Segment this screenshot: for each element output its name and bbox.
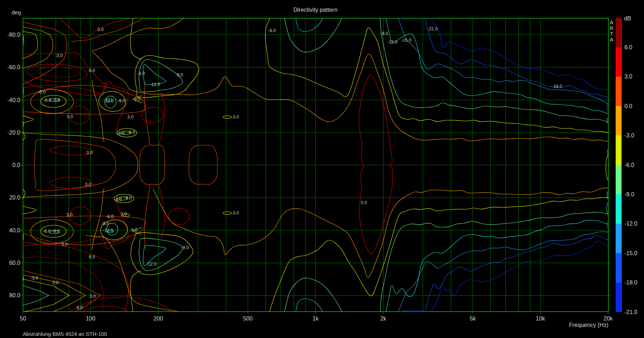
svg-text:-12.0: -12.0 <box>150 82 160 87</box>
svg-text:-3.0: -3.0 <box>624 132 634 138</box>
svg-text:50: 50 <box>20 316 26 322</box>
svg-text:-3.0: -3.0 <box>30 276 38 281</box>
svg-text:A: A <box>610 36 613 42</box>
svg-text:0.0: 0.0 <box>624 103 632 109</box>
svg-text:-60.0: -60.0 <box>7 64 21 70</box>
svg-text:Directivity pattern: Directivity pattern <box>293 7 338 13</box>
svg-text:-15.0: -15.0 <box>401 38 412 43</box>
svg-text:3.0: 3.0 <box>56 53 62 58</box>
svg-text:-6.0: -6.0 <box>268 28 276 33</box>
svg-text:200: 200 <box>154 316 163 322</box>
svg-text:2k: 2k <box>380 316 387 322</box>
svg-text:-12.0: -12.0 <box>624 221 638 227</box>
svg-text:-9.0: -9.0 <box>52 98 60 103</box>
svg-text:20.0: 20.0 <box>9 195 20 201</box>
svg-text:3.0: 3.0 <box>67 114 73 119</box>
svg-text:-9.0: -9.0 <box>380 31 388 36</box>
svg-text:-9.0: -9.0 <box>130 228 138 233</box>
svg-text:deg: deg <box>12 9 21 15</box>
svg-text:-9.0: -9.0 <box>127 130 135 135</box>
svg-text:-21.0: -21.0 <box>428 26 438 31</box>
svg-text:6.0: 6.0 <box>89 254 95 259</box>
svg-text:-3.0: -3.0 <box>231 115 239 120</box>
svg-text:-6.0: -6.0 <box>137 71 145 76</box>
svg-text:0.0: 0.0 <box>52 280 58 285</box>
svg-text:-12.0: -12.0 <box>103 228 113 233</box>
svg-text:-6.0: -6.0 <box>43 229 51 234</box>
svg-text:-6.0: -6.0 <box>106 214 114 219</box>
svg-text:-9.0: -9.0 <box>117 99 125 104</box>
svg-text:-9.0: -9.0 <box>52 229 60 234</box>
svg-text:A: A <box>610 19 613 25</box>
svg-text:0.0: 0.0 <box>39 90 45 95</box>
svg-text:dB: dB <box>624 15 631 21</box>
svg-text:-40.0: -40.0 <box>7 97 21 103</box>
svg-text:-9.0: -9.0 <box>624 191 634 197</box>
svg-text:R: R <box>610 25 614 31</box>
svg-text:3.0: 3.0 <box>85 182 91 187</box>
svg-text:-18.0: -18.0 <box>552 84 562 89</box>
svg-text:-20.0: -20.0 <box>7 130 21 136</box>
svg-text:T: T <box>610 31 613 37</box>
svg-text:3.0: 3.0 <box>120 212 127 217</box>
svg-text:-6.0: -6.0 <box>43 98 51 103</box>
svg-text:-6.0: -6.0 <box>117 131 125 136</box>
svg-text:-9.0: -9.0 <box>124 196 132 201</box>
svg-text:40.0: 40.0 <box>9 227 20 233</box>
svg-text:-18.0: -18.0 <box>624 279 638 286</box>
svg-text:100: 100 <box>86 316 96 322</box>
svg-text:Frequency (Hz): Frequency (Hz) <box>569 322 608 328</box>
svg-text:3.0: 3.0 <box>97 27 103 32</box>
svg-text:-15.0: -15.0 <box>624 250 638 256</box>
svg-text:-9.0: -9.0 <box>175 72 183 77</box>
svg-text:1k: 1k <box>313 316 319 322</box>
svg-text:0.0: 0.0 <box>12 162 20 168</box>
svg-text:-12.0: -12.0 <box>387 40 398 45</box>
svg-text:3.0: 3.0 <box>89 294 96 299</box>
svg-text:60.0: 60.0 <box>9 260 20 266</box>
svg-text:20k: 20k <box>604 316 613 322</box>
svg-text:-12.0: -12.0 <box>146 262 157 267</box>
svg-text:-12.0: -12.0 <box>104 99 114 104</box>
svg-text:-80.0: -80.0 <box>7 32 21 38</box>
svg-text:6.0: 6.0 <box>624 44 632 50</box>
svg-text:-6.0: -6.0 <box>624 162 634 168</box>
svg-text:-21.0: -21.0 <box>624 309 638 315</box>
svg-text:5k: 5k <box>470 316 476 322</box>
svg-text:80.0: 80.0 <box>9 292 20 298</box>
svg-text:-9.0: -9.0 <box>133 97 140 102</box>
svg-text:0.0: 0.0 <box>361 200 367 205</box>
svg-text:-9.0: -9.0 <box>181 245 189 250</box>
svg-text:3.0: 3.0 <box>624 74 632 80</box>
svg-text:Abstrahlung BMS 4524 an STH-10: Abstrahlung BMS 4524 an STH-100 <box>23 331 107 337</box>
svg-text:-6.0: -6.0 <box>114 197 122 202</box>
svg-text:6.0: 6.0 <box>77 305 83 310</box>
svg-text:3.0: 3.0 <box>61 242 67 247</box>
svg-text:3.0: 3.0 <box>86 150 92 155</box>
svg-text:3.0: 3.0 <box>127 115 133 120</box>
svg-text:10k: 10k <box>536 316 546 322</box>
svg-text:500: 500 <box>243 316 253 322</box>
svg-text:-3.0: -3.0 <box>231 211 239 216</box>
svg-text:-9.0: -9.0 <box>101 221 109 226</box>
svg-text:6.0: 6.0 <box>89 68 95 73</box>
svg-text:3.0: 3.0 <box>66 212 72 217</box>
